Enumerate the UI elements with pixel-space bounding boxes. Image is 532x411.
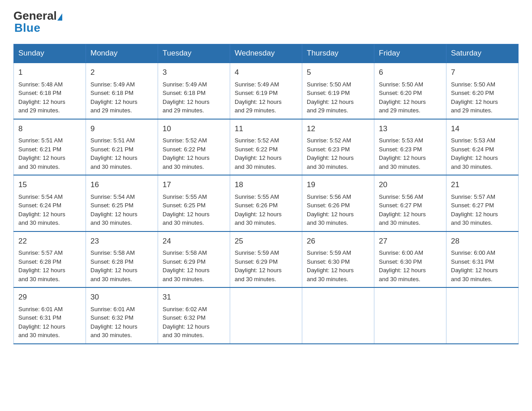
day-info: Sunrise: 6:00 AMSunset: 6:30 PMDaylight:… [379, 249, 426, 283]
calendar-cell [446, 287, 519, 344]
calendar-cell: 2Sunrise: 5:49 AMSunset: 6:18 PMDaylight… [86, 63, 158, 119]
day-number: 29 [18, 291, 81, 303]
day-info: Sunrise: 5:58 AMSunset: 6:29 PMDaylight:… [163, 249, 210, 283]
day-number: 1 [18, 67, 81, 78]
day-number: 23 [90, 235, 153, 247]
day-number: 20 [379, 179, 442, 191]
day-number: 5 [307, 67, 369, 78]
day-info: Sunrise: 5:50 AMSunset: 6:20 PMDaylight:… [379, 81, 426, 114]
day-info: Sunrise: 5:54 AMSunset: 6:25 PMDaylight:… [90, 193, 137, 227]
day-info: Sunrise: 5:57 AMSunset: 6:27 PMDaylight:… [451, 193, 498, 227]
calendar-week-row: 29Sunrise: 6:01 AMSunset: 6:31 PMDayligh… [14, 287, 519, 344]
calendar-cell: 22Sunrise: 5:57 AMSunset: 6:28 PMDayligh… [14, 231, 86, 288]
day-number: 26 [307, 235, 369, 247]
day-number: 27 [379, 235, 442, 247]
day-number: 11 [235, 123, 297, 135]
day-info: Sunrise: 5:52 AMSunset: 6:22 PMDaylight:… [235, 137, 282, 170]
day-number: 8 [18, 123, 81, 135]
day-info: Sunrise: 5:57 AMSunset: 6:28 PMDaylight:… [18, 249, 65, 283]
day-info: Sunrise: 5:51 AMSunset: 6:21 PMDaylight:… [18, 137, 65, 170]
day-number: 13 [379, 123, 442, 135]
calendar-cell: 1Sunrise: 5:48 AMSunset: 6:18 PMDaylight… [14, 63, 86, 119]
calendar-week-row: 22Sunrise: 5:57 AMSunset: 6:28 PMDayligh… [14, 231, 519, 288]
day-number: 28 [451, 235, 514, 247]
day-info: Sunrise: 5:49 AMSunset: 6:18 PMDaylight:… [163, 81, 210, 114]
calendar-cell: 8Sunrise: 5:51 AMSunset: 6:21 PMDaylight… [14, 119, 86, 176]
day-info: Sunrise: 6:00 AMSunset: 6:31 PMDaylight:… [451, 249, 498, 283]
calendar-header-row: SundayMondayTuesdayWednesdayThursdayFrid… [14, 44, 519, 63]
calendar-cell: 7Sunrise: 5:50 AMSunset: 6:20 PMDaylight… [446, 63, 519, 119]
column-header-saturday: Saturday [446, 44, 519, 63]
column-header-sunday: Sunday [14, 44, 86, 63]
day-info: Sunrise: 6:01 AMSunset: 6:32 PMDaylight:… [90, 306, 137, 339]
day-info: Sunrise: 5:50 AMSunset: 6:20 PMDaylight:… [451, 81, 498, 114]
calendar-cell: 21Sunrise: 5:57 AMSunset: 6:27 PMDayligh… [446, 175, 519, 231]
day-info: Sunrise: 5:53 AMSunset: 6:23 PMDaylight:… [379, 137, 426, 170]
calendar-cell: 3Sunrise: 5:49 AMSunset: 6:18 PMDaylight… [158, 63, 230, 119]
day-info: Sunrise: 5:55 AMSunset: 6:25 PMDaylight:… [163, 193, 210, 227]
day-info: Sunrise: 5:58 AMSunset: 6:28 PMDaylight:… [90, 249, 137, 283]
column-header-monday: Monday [86, 44, 158, 63]
calendar-cell: 20Sunrise: 5:56 AMSunset: 6:27 PMDayligh… [374, 175, 446, 231]
calendar-cell: 23Sunrise: 5:58 AMSunset: 6:28 PMDayligh… [86, 231, 158, 288]
page-header: General Blue [13, 9, 519, 35]
day-number: 16 [90, 179, 153, 191]
calendar-cell: 28Sunrise: 6:00 AMSunset: 6:31 PMDayligh… [446, 231, 519, 288]
day-info: Sunrise: 5:56 AMSunset: 6:26 PMDaylight:… [307, 193, 354, 227]
day-number: 4 [235, 67, 297, 78]
day-number: 6 [379, 67, 442, 78]
day-info: Sunrise: 5:55 AMSunset: 6:26 PMDaylight:… [235, 193, 282, 227]
calendar-cell: 16Sunrise: 5:54 AMSunset: 6:25 PMDayligh… [86, 175, 158, 231]
day-info: Sunrise: 5:51 AMSunset: 6:21 PMDaylight:… [90, 137, 137, 170]
day-number: 15 [18, 179, 81, 191]
logo: General Blue [13, 9, 63, 35]
calendar-cell [302, 287, 374, 344]
day-info: Sunrise: 5:49 AMSunset: 6:19 PMDaylight:… [235, 81, 282, 114]
day-info: Sunrise: 5:52 AMSunset: 6:23 PMDaylight:… [307, 137, 354, 170]
column-header-friday: Friday [374, 44, 446, 63]
calendar-cell: 9Sunrise: 5:51 AMSunset: 6:21 PMDaylight… [86, 119, 158, 176]
day-info: Sunrise: 5:48 AMSunset: 6:18 PMDaylight:… [18, 81, 65, 114]
calendar-cell: 24Sunrise: 5:58 AMSunset: 6:29 PMDayligh… [158, 231, 230, 288]
calendar-cell: 6Sunrise: 5:50 AMSunset: 6:20 PMDaylight… [374, 63, 446, 119]
logo-triangle-icon [57, 13, 62, 21]
day-number: 30 [90, 291, 153, 303]
day-number: 31 [163, 291, 225, 303]
calendar-cell: 26Sunrise: 5:59 AMSunset: 6:30 PMDayligh… [302, 231, 374, 288]
calendar-cell: 11Sunrise: 5:52 AMSunset: 6:22 PMDayligh… [230, 119, 302, 176]
calendar-cell [230, 287, 302, 344]
calendar-cell: 30Sunrise: 6:01 AMSunset: 6:32 PMDayligh… [86, 287, 158, 344]
day-number: 24 [163, 235, 225, 247]
day-number: 25 [235, 235, 297, 247]
calendar-cell: 31Sunrise: 6:02 AMSunset: 6:32 PMDayligh… [158, 287, 230, 344]
calendar-cell: 25Sunrise: 5:59 AMSunset: 6:29 PMDayligh… [230, 231, 302, 288]
day-number: 3 [163, 67, 225, 78]
day-number: 9 [90, 123, 153, 135]
calendar-cell: 17Sunrise: 5:55 AMSunset: 6:25 PMDayligh… [158, 175, 230, 231]
day-number: 21 [451, 179, 514, 191]
day-number: 17 [163, 179, 225, 191]
day-info: Sunrise: 5:59 AMSunset: 6:29 PMDaylight:… [235, 249, 282, 283]
day-number: 12 [307, 123, 369, 135]
day-number: 22 [18, 235, 81, 247]
day-info: Sunrise: 6:02 AMSunset: 6:32 PMDaylight:… [163, 306, 210, 339]
day-number: 10 [163, 123, 225, 135]
day-info: Sunrise: 5:49 AMSunset: 6:18 PMDaylight:… [90, 81, 137, 114]
calendar-cell: 15Sunrise: 5:54 AMSunset: 6:24 PMDayligh… [14, 175, 86, 231]
calendar-cell: 10Sunrise: 5:52 AMSunset: 6:22 PMDayligh… [158, 119, 230, 176]
day-number: 7 [451, 67, 514, 78]
calendar-cell: 13Sunrise: 5:53 AMSunset: 6:23 PMDayligh… [374, 119, 446, 176]
day-number: 18 [235, 179, 297, 191]
day-info: Sunrise: 5:50 AMSunset: 6:19 PMDaylight:… [307, 81, 354, 114]
day-info: Sunrise: 5:52 AMSunset: 6:22 PMDaylight:… [163, 137, 210, 170]
calendar-cell: 4Sunrise: 5:49 AMSunset: 6:19 PMDaylight… [230, 63, 302, 119]
day-info: Sunrise: 5:54 AMSunset: 6:24 PMDaylight:… [18, 193, 65, 227]
calendar-cell: 18Sunrise: 5:55 AMSunset: 6:26 PMDayligh… [230, 175, 302, 231]
column-header-thursday: Thursday [302, 44, 374, 63]
column-header-tuesday: Tuesday [158, 44, 230, 63]
calendar-week-row: 1Sunrise: 5:48 AMSunset: 6:18 PMDaylight… [14, 63, 519, 119]
day-info: Sunrise: 5:59 AMSunset: 6:30 PMDaylight:… [307, 249, 354, 283]
day-info: Sunrise: 5:56 AMSunset: 6:27 PMDaylight:… [379, 193, 426, 227]
calendar-cell [374, 287, 446, 344]
day-number: 2 [90, 67, 153, 78]
